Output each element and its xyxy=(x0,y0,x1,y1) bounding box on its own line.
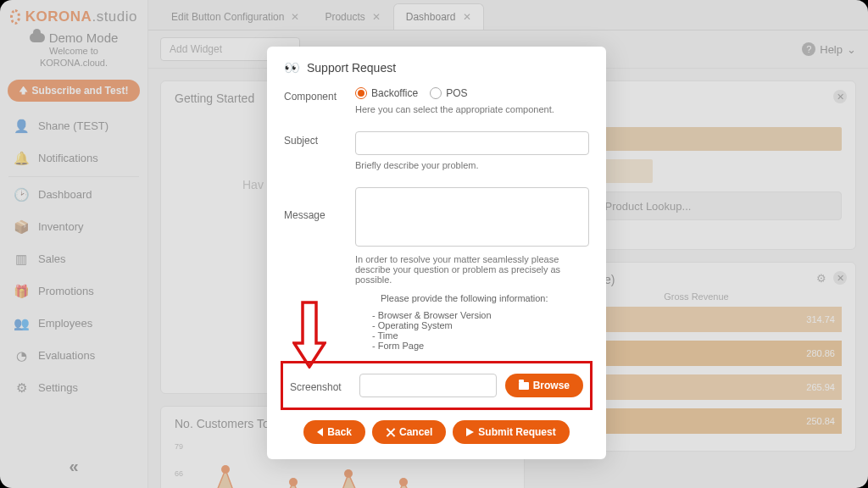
modal-title: 👀Support Request xyxy=(284,60,589,75)
screenshot-path-input[interactable] xyxy=(359,374,497,397)
subject-input[interactable] xyxy=(355,131,589,155)
radio-pos[interactable]: POS xyxy=(430,87,467,99)
back-button[interactable]: Back xyxy=(303,420,365,444)
hint-component: Here you can select the appropriate comp… xyxy=(355,104,589,114)
label-subject: Subject xyxy=(284,131,345,182)
modal-buttons: Back Cancel Submit Request xyxy=(284,420,589,444)
info-list: - Browser & Browser Version - Operating … xyxy=(355,310,589,351)
info-heading: Please provide the following information… xyxy=(355,293,589,303)
browse-button[interactable]: Browse xyxy=(505,374,583,397)
label-component: Component xyxy=(284,87,345,126)
radio-dot-icon xyxy=(430,87,442,99)
radio-dot-icon xyxy=(355,87,367,99)
send-icon xyxy=(466,428,474,436)
message-textarea[interactable] xyxy=(355,187,589,247)
annotation-arrow xyxy=(292,301,326,371)
eyes-icon: 👀 xyxy=(284,60,300,75)
hint-subject: Briefly describe your problem. xyxy=(355,160,589,170)
support-request-modal: 👀Support Request Component Backoffice PO… xyxy=(267,47,606,459)
cancel-icon xyxy=(386,428,395,437)
folder-icon xyxy=(519,382,529,390)
radio-backoffice[interactable]: Backoffice xyxy=(355,87,418,99)
submit-button[interactable]: Submit Request xyxy=(453,420,569,444)
label-screenshot: Screenshot xyxy=(290,378,351,393)
cancel-button[interactable]: Cancel xyxy=(372,420,446,444)
back-icon xyxy=(317,428,323,436)
screenshot-row-highlight: Screenshot Browse xyxy=(281,361,593,410)
hint-message: In order to resolve your matter seamless… xyxy=(355,254,589,285)
